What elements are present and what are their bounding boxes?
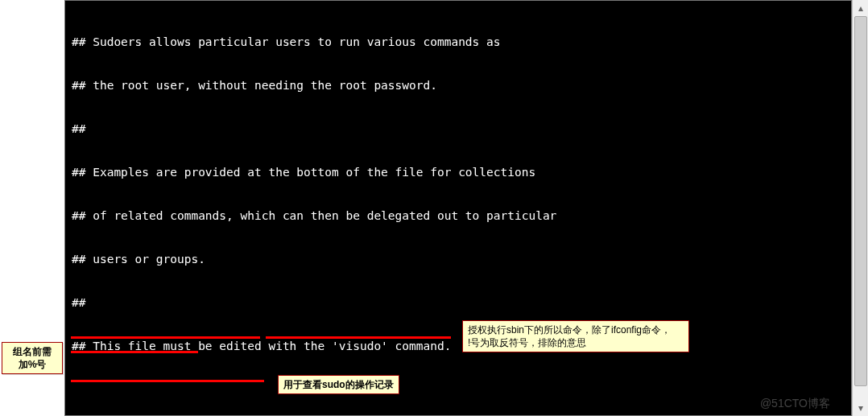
scroll-down-button[interactable]: ▾: [853, 400, 868, 416]
file-line: [72, 382, 845, 397]
file-line: ## users or groups.: [72, 252, 845, 266]
callout-line: !号为取反符号，排除的意思: [468, 336, 684, 349]
terminal-window[interactable]: ## Sudoers allows particular users to ru…: [64, 0, 852, 416]
underline-defaults-logfile: [71, 380, 264, 382]
callout-sbin-explain: 授权执行sbin下的所以命令，除了ifconfig命令， !号为取反符号，排除的…: [462, 320, 689, 352]
callout-group-percent: 组名前需加%号: [2, 342, 63, 374]
underline-admins-rule: [71, 351, 198, 353]
scroll-thumb[interactable]: [854, 16, 867, 386]
file-line: ## of related commands, which can then b…: [72, 208, 845, 223]
scroll-up-button[interactable]: ▴: [853, 0, 868, 16]
scroll-track[interactable]: [853, 16, 868, 400]
page-root: ## Sudoers allows particular users to ru…: [0, 0, 868, 416]
file-line: ## Examples are provided at the bottom o…: [72, 165, 845, 179]
watermark-text: @51CTO博客: [760, 396, 830, 410]
underline-sbin-ifconfig: [266, 336, 451, 339]
callout-logfile-explain: 用于查看sudo的操作记录: [278, 375, 399, 394]
file-line: ##: [72, 295, 845, 310]
callout-line: 授权执行sbin下的所以命令，除了ifconfig命令，: [468, 323, 684, 336]
file-line: ## the root user, without needing the ro…: [72, 78, 845, 93]
file-line: ##: [72, 122, 845, 136]
file-line: ## Sudoers allows particular users to ru…: [72, 35, 845, 49]
underline-cmnd-alias: [71, 336, 260, 339]
vertical-scrollbar[interactable]: ▴ ▾: [852, 0, 868, 416]
